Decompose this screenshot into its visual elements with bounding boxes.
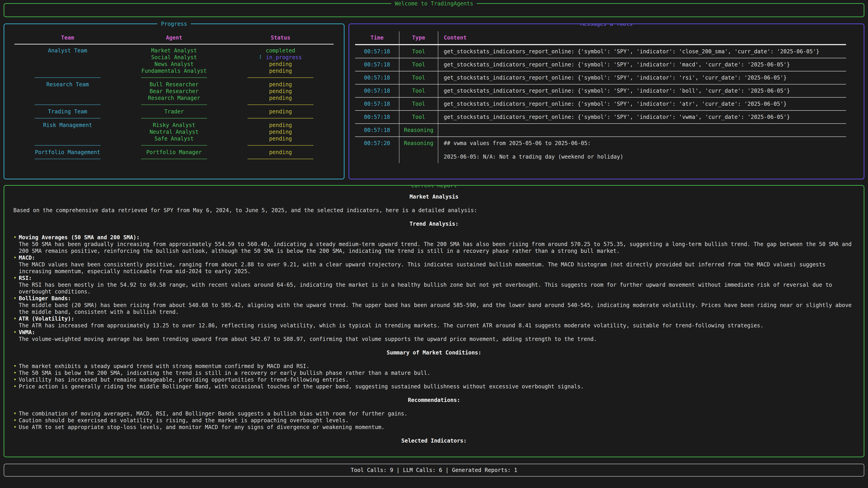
bullet-marker-icon: • xyxy=(13,275,19,295)
agent-name: Bear Researcher xyxy=(121,88,227,95)
agent-name: Bull Researcher xyxy=(121,81,227,88)
welcome-panel-title: Welcome to TradingAgents xyxy=(4,0,864,7)
bullet-marker-icon: • xyxy=(13,369,19,377)
progress-header-row: Team Agent Status xyxy=(14,34,334,44)
message-time: 00:57:18 xyxy=(355,124,399,136)
status-badge: pending xyxy=(227,68,334,74)
bullet-body: Volatility has increased but remains man… xyxy=(19,377,855,383)
bullet-item: • Moving Averages (50 SMA and 200 SMA): … xyxy=(13,234,855,254)
progress-row: News Analyst pending xyxy=(14,61,334,68)
bullet-body: The combination of moving averages, MACD… xyxy=(19,410,855,417)
message-type: Tool xyxy=(399,58,438,71)
column-header-content: Content xyxy=(438,31,846,44)
report-panel: Current Report Market Analysis Based on … xyxy=(4,185,864,457)
messages-table: Time Type Content 00:57:18 Tool get_stoc… xyxy=(355,31,846,163)
message-time: 00:57:18 xyxy=(355,85,399,97)
column-header-agent: Agent xyxy=(121,34,227,41)
message-time: 00:57:18 xyxy=(355,45,399,58)
progress-row: Neutral Analyst pending xyxy=(14,129,334,135)
bullet-item: • Caution should be exercised as volatil… xyxy=(13,417,855,424)
bullet-item: • The 50 SMA is below the 200 SMA, indic… xyxy=(13,369,855,377)
bullet-title: ATR (Volatility): xyxy=(19,315,855,322)
team-name: Portfolio Management xyxy=(14,149,121,156)
team-name: Research Team xyxy=(14,81,121,88)
bullet-body: Price action is generally riding the mid… xyxy=(19,383,855,390)
message-content: get_stockstats_indicators_report_online:… xyxy=(438,98,846,110)
bullet-marker-icon: • xyxy=(13,363,19,369)
message-content: get_stockstats_indicators_report_online:… xyxy=(438,58,846,71)
column-header-team: Team xyxy=(14,34,121,41)
bullet-marker-icon: • xyxy=(13,424,19,431)
messages-title-text: Messages & Tools xyxy=(577,24,636,27)
message-time: 00:57:18 xyxy=(355,111,399,123)
message-row: 00:57:20 Reasoning ## vwma values from 2… xyxy=(355,136,846,163)
report-body: Market Analysis Based on the comprehensi… xyxy=(4,186,864,444)
bullet-item: • Price action is generally riding the m… xyxy=(13,383,855,390)
bullet-marker-icon: • xyxy=(13,383,19,390)
status-badge: pending xyxy=(227,81,334,88)
progress-panel: Progress Team Agent Status Analyst Team … xyxy=(4,24,344,180)
progress-row: Research Manager pending xyxy=(14,95,334,101)
bullet-body: Caution should be exercised as volatilit… xyxy=(19,417,855,424)
status-badge: pending xyxy=(227,129,334,135)
message-content: get_stockstats_indicators_report_online:… xyxy=(438,111,846,123)
messages-panel: Messages & Tools Time Type Content 00:57… xyxy=(348,24,864,180)
message-type: Tool xyxy=(399,98,438,110)
group-separator xyxy=(14,156,334,162)
bullet-body: The RSI has been mostly in the 54.92 to … xyxy=(19,282,855,295)
welcome-title-text: Welcome to TradingAgents xyxy=(391,0,477,7)
message-time: 00:57:18 xyxy=(355,98,399,110)
agent-name: Market Analyst xyxy=(121,47,227,54)
messages-panel-title: Messages & Tools xyxy=(349,24,864,27)
status-badge: pending xyxy=(227,88,334,95)
message-type: Tool xyxy=(399,85,438,97)
progress-row: Bear Researcher pending xyxy=(14,88,334,95)
agent-name: Risky Analyst xyxy=(121,122,227,129)
bullet-title: VWMA: xyxy=(19,329,855,336)
group-separator xyxy=(14,101,334,108)
progress-row: Portfolio Management Portfolio Manager p… xyxy=(14,149,334,156)
bullet-body: The 50 SMA has been gradually increasing… xyxy=(19,241,855,254)
bullet-body: Use ATR to set appropriate stop-loss lev… xyxy=(19,424,855,431)
agent-name: Safe Analyst xyxy=(121,135,227,142)
report-heading-trend: Trend Analysis: xyxy=(13,221,855,227)
message-content xyxy=(438,124,846,136)
message-row: 00:57:18 Tool get_stockstats_indicators_… xyxy=(355,58,846,71)
message-type: Tool xyxy=(399,71,438,84)
status-badge: pending xyxy=(227,149,334,156)
column-header-status: Status xyxy=(227,34,334,41)
status-text: in_progress xyxy=(266,54,302,61)
team-name: Risk Management xyxy=(14,122,121,129)
status-badge: pending xyxy=(227,95,334,101)
bullet-body: The ATR has increased from approximately… xyxy=(19,322,855,329)
agent-name: Fundamentals Analyst xyxy=(121,68,227,74)
team-name: Trading Team xyxy=(14,108,121,115)
bullet-item: • Use ATR to set appropriate stop-loss l… xyxy=(13,424,855,431)
agent-name: Portfolio Manager xyxy=(121,149,227,156)
message-type: Tool xyxy=(399,45,438,58)
bullet-marker-icon: • xyxy=(13,417,19,424)
bullet-marker-icon: • xyxy=(13,410,19,417)
message-row: 00:57:18 Tool get_stockstats_indicators_… xyxy=(355,110,846,123)
message-row: 00:57:18 Tool get_stockstats_indicators_… xyxy=(355,71,846,84)
progress-panel-title: Progress xyxy=(4,21,344,27)
bullet-item: • ATR (Volatility): The ATR has increase… xyxy=(13,315,855,329)
message-content: get_stockstats_indicators_report_online:… xyxy=(438,85,846,97)
agent-name: News Analyst xyxy=(121,61,227,68)
bullet-title: RSI: xyxy=(19,275,855,282)
progress-row: Safe Analyst pending xyxy=(14,135,334,142)
progress-row: Research Team Bull Researcher pending xyxy=(14,81,334,88)
bullet-title: MACD: xyxy=(19,254,855,261)
bullet-body: The volume-weighted moving average has b… xyxy=(19,336,855,343)
bullet-marker-icon: • xyxy=(13,254,19,275)
message-row: 00:57:18 Tool get_stockstats_indicators_… xyxy=(355,84,846,97)
message-type: Tool xyxy=(399,111,438,123)
bullet-item: • Bollinger Bands: The middle band (20 S… xyxy=(13,295,855,315)
report-heading-market: Market Analysis xyxy=(13,193,855,200)
tradingagents-app: Welcome to TradingAgents Progress Team A… xyxy=(0,0,868,480)
message-time: 00:57:18 xyxy=(355,58,399,71)
bullet-body: The middle band (20 SMA) has been rising… xyxy=(19,302,855,315)
report-heading-selected-indicators: Selected Indicators: xyxy=(13,437,855,444)
message-content: get_stockstats_indicators_report_online:… xyxy=(438,71,846,84)
bullet-item: • MACD: The MACD values have been consis… xyxy=(13,254,855,275)
